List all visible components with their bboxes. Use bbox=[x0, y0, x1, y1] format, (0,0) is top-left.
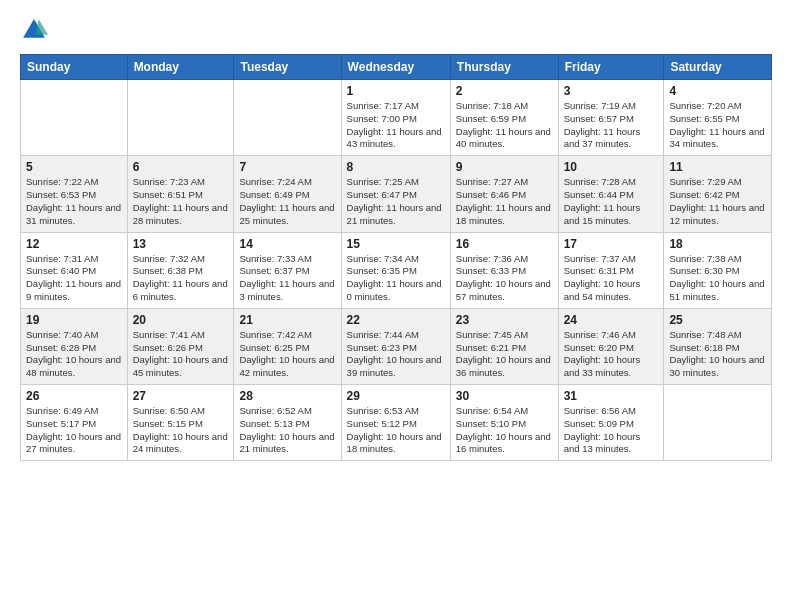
day-info: Sunrise: 7:34 AM Sunset: 6:35 PM Dayligh… bbox=[347, 253, 445, 304]
day-cell: 17Sunrise: 7:37 AM Sunset: 6:31 PM Dayli… bbox=[558, 232, 664, 308]
header bbox=[20, 16, 772, 44]
column-header-monday: Monday bbox=[127, 55, 234, 80]
day-cell: 3Sunrise: 7:19 AM Sunset: 6:57 PM Daylig… bbox=[558, 80, 664, 156]
calendar: SundayMondayTuesdayWednesdayThursdayFrid… bbox=[20, 54, 772, 461]
logo bbox=[20, 16, 52, 44]
day-cell: 16Sunrise: 7:36 AM Sunset: 6:33 PM Dayli… bbox=[450, 232, 558, 308]
day-cell: 8Sunrise: 7:25 AM Sunset: 6:47 PM Daylig… bbox=[341, 156, 450, 232]
logo-icon bbox=[20, 16, 48, 44]
day-cell: 4Sunrise: 7:20 AM Sunset: 6:55 PM Daylig… bbox=[664, 80, 772, 156]
day-cell: 18Sunrise: 7:38 AM Sunset: 6:30 PM Dayli… bbox=[664, 232, 772, 308]
week-row-1: 1Sunrise: 7:17 AM Sunset: 7:00 PM Daylig… bbox=[21, 80, 772, 156]
day-info: Sunrise: 7:46 AM Sunset: 6:20 PM Dayligh… bbox=[564, 329, 659, 380]
day-number: 13 bbox=[133, 237, 229, 251]
day-cell bbox=[127, 80, 234, 156]
day-cell bbox=[234, 80, 341, 156]
day-info: Sunrise: 6:53 AM Sunset: 5:12 PM Dayligh… bbox=[347, 405, 445, 456]
day-cell: 19Sunrise: 7:40 AM Sunset: 6:28 PM Dayli… bbox=[21, 308, 128, 384]
day-cell: 2Sunrise: 7:18 AM Sunset: 6:59 PM Daylig… bbox=[450, 80, 558, 156]
day-info: Sunrise: 6:50 AM Sunset: 5:15 PM Dayligh… bbox=[133, 405, 229, 456]
day-info: Sunrise: 7:17 AM Sunset: 7:00 PM Dayligh… bbox=[347, 100, 445, 151]
day-cell: 11Sunrise: 7:29 AM Sunset: 6:42 PM Dayli… bbox=[664, 156, 772, 232]
day-info: Sunrise: 7:45 AM Sunset: 6:21 PM Dayligh… bbox=[456, 329, 553, 380]
day-number: 10 bbox=[564, 160, 659, 174]
day-number: 12 bbox=[26, 237, 122, 251]
day-info: Sunrise: 7:23 AM Sunset: 6:51 PM Dayligh… bbox=[133, 176, 229, 227]
day-cell: 22Sunrise: 7:44 AM Sunset: 6:23 PM Dayli… bbox=[341, 308, 450, 384]
day-cell: 9Sunrise: 7:27 AM Sunset: 6:46 PM Daylig… bbox=[450, 156, 558, 232]
day-number: 21 bbox=[239, 313, 335, 327]
day-number: 18 bbox=[669, 237, 766, 251]
column-header-friday: Friday bbox=[558, 55, 664, 80]
day-cell: 29Sunrise: 6:53 AM Sunset: 5:12 PM Dayli… bbox=[341, 385, 450, 461]
day-cell: 30Sunrise: 6:54 AM Sunset: 5:10 PM Dayli… bbox=[450, 385, 558, 461]
day-info: Sunrise: 6:56 AM Sunset: 5:09 PM Dayligh… bbox=[564, 405, 659, 456]
day-number: 25 bbox=[669, 313, 766, 327]
day-cell: 1Sunrise: 7:17 AM Sunset: 7:00 PM Daylig… bbox=[341, 80, 450, 156]
day-cell: 12Sunrise: 7:31 AM Sunset: 6:40 PM Dayli… bbox=[21, 232, 128, 308]
day-number: 9 bbox=[456, 160, 553, 174]
column-header-sunday: Sunday bbox=[21, 55, 128, 80]
day-number: 15 bbox=[347, 237, 445, 251]
day-cell: 13Sunrise: 7:32 AM Sunset: 6:38 PM Dayli… bbox=[127, 232, 234, 308]
week-row-5: 26Sunrise: 6:49 AM Sunset: 5:17 PM Dayli… bbox=[21, 385, 772, 461]
day-cell: 24Sunrise: 7:46 AM Sunset: 6:20 PM Dayli… bbox=[558, 308, 664, 384]
week-row-3: 12Sunrise: 7:31 AM Sunset: 6:40 PM Dayli… bbox=[21, 232, 772, 308]
day-number: 17 bbox=[564, 237, 659, 251]
day-cell: 20Sunrise: 7:41 AM Sunset: 6:26 PM Dayli… bbox=[127, 308, 234, 384]
day-info: Sunrise: 7:36 AM Sunset: 6:33 PM Dayligh… bbox=[456, 253, 553, 304]
day-info: Sunrise: 7:20 AM Sunset: 6:55 PM Dayligh… bbox=[669, 100, 766, 151]
column-header-thursday: Thursday bbox=[450, 55, 558, 80]
day-number: 1 bbox=[347, 84, 445, 98]
day-info: Sunrise: 7:48 AM Sunset: 6:18 PM Dayligh… bbox=[669, 329, 766, 380]
day-number: 14 bbox=[239, 237, 335, 251]
day-cell: 31Sunrise: 6:56 AM Sunset: 5:09 PM Dayli… bbox=[558, 385, 664, 461]
week-row-4: 19Sunrise: 7:40 AM Sunset: 6:28 PM Dayli… bbox=[21, 308, 772, 384]
day-number: 2 bbox=[456, 84, 553, 98]
day-cell: 7Sunrise: 7:24 AM Sunset: 6:49 PM Daylig… bbox=[234, 156, 341, 232]
day-info: Sunrise: 7:27 AM Sunset: 6:46 PM Dayligh… bbox=[456, 176, 553, 227]
day-cell: 10Sunrise: 7:28 AM Sunset: 6:44 PM Dayli… bbox=[558, 156, 664, 232]
day-number: 29 bbox=[347, 389, 445, 403]
day-number: 7 bbox=[239, 160, 335, 174]
day-info: Sunrise: 7:31 AM Sunset: 6:40 PM Dayligh… bbox=[26, 253, 122, 304]
day-number: 30 bbox=[456, 389, 553, 403]
day-info: Sunrise: 7:42 AM Sunset: 6:25 PM Dayligh… bbox=[239, 329, 335, 380]
day-info: Sunrise: 7:24 AM Sunset: 6:49 PM Dayligh… bbox=[239, 176, 335, 227]
day-cell: 6Sunrise: 7:23 AM Sunset: 6:51 PM Daylig… bbox=[127, 156, 234, 232]
day-number: 6 bbox=[133, 160, 229, 174]
day-info: Sunrise: 7:25 AM Sunset: 6:47 PM Dayligh… bbox=[347, 176, 445, 227]
day-info: Sunrise: 6:54 AM Sunset: 5:10 PM Dayligh… bbox=[456, 405, 553, 456]
day-cell: 21Sunrise: 7:42 AM Sunset: 6:25 PM Dayli… bbox=[234, 308, 341, 384]
day-info: Sunrise: 7:41 AM Sunset: 6:26 PM Dayligh… bbox=[133, 329, 229, 380]
day-cell: 27Sunrise: 6:50 AM Sunset: 5:15 PM Dayli… bbox=[127, 385, 234, 461]
day-number: 28 bbox=[239, 389, 335, 403]
day-number: 22 bbox=[347, 313, 445, 327]
day-cell: 14Sunrise: 7:33 AM Sunset: 6:37 PM Dayli… bbox=[234, 232, 341, 308]
day-info: Sunrise: 7:19 AM Sunset: 6:57 PM Dayligh… bbox=[564, 100, 659, 151]
day-cell: 15Sunrise: 7:34 AM Sunset: 6:35 PM Dayli… bbox=[341, 232, 450, 308]
day-number: 3 bbox=[564, 84, 659, 98]
day-info: Sunrise: 7:28 AM Sunset: 6:44 PM Dayligh… bbox=[564, 176, 659, 227]
week-row-2: 5Sunrise: 7:22 AM Sunset: 6:53 PM Daylig… bbox=[21, 156, 772, 232]
day-info: Sunrise: 7:33 AM Sunset: 6:37 PM Dayligh… bbox=[239, 253, 335, 304]
column-header-wednesday: Wednesday bbox=[341, 55, 450, 80]
day-cell bbox=[21, 80, 128, 156]
column-header-saturday: Saturday bbox=[664, 55, 772, 80]
day-cell: 25Sunrise: 7:48 AM Sunset: 6:18 PM Dayli… bbox=[664, 308, 772, 384]
day-info: Sunrise: 7:37 AM Sunset: 6:31 PM Dayligh… bbox=[564, 253, 659, 304]
day-number: 26 bbox=[26, 389, 122, 403]
day-number: 24 bbox=[564, 313, 659, 327]
day-info: Sunrise: 7:40 AM Sunset: 6:28 PM Dayligh… bbox=[26, 329, 122, 380]
day-number: 27 bbox=[133, 389, 229, 403]
page: SundayMondayTuesdayWednesdayThursdayFrid… bbox=[0, 0, 792, 612]
day-info: Sunrise: 7:44 AM Sunset: 6:23 PM Dayligh… bbox=[347, 329, 445, 380]
day-cell: 26Sunrise: 6:49 AM Sunset: 5:17 PM Dayli… bbox=[21, 385, 128, 461]
day-cell bbox=[664, 385, 772, 461]
day-cell: 23Sunrise: 7:45 AM Sunset: 6:21 PM Dayli… bbox=[450, 308, 558, 384]
column-header-tuesday: Tuesday bbox=[234, 55, 341, 80]
day-number: 4 bbox=[669, 84, 766, 98]
day-cell: 5Sunrise: 7:22 AM Sunset: 6:53 PM Daylig… bbox=[21, 156, 128, 232]
day-info: Sunrise: 7:29 AM Sunset: 6:42 PM Dayligh… bbox=[669, 176, 766, 227]
day-info: Sunrise: 7:38 AM Sunset: 6:30 PM Dayligh… bbox=[669, 253, 766, 304]
